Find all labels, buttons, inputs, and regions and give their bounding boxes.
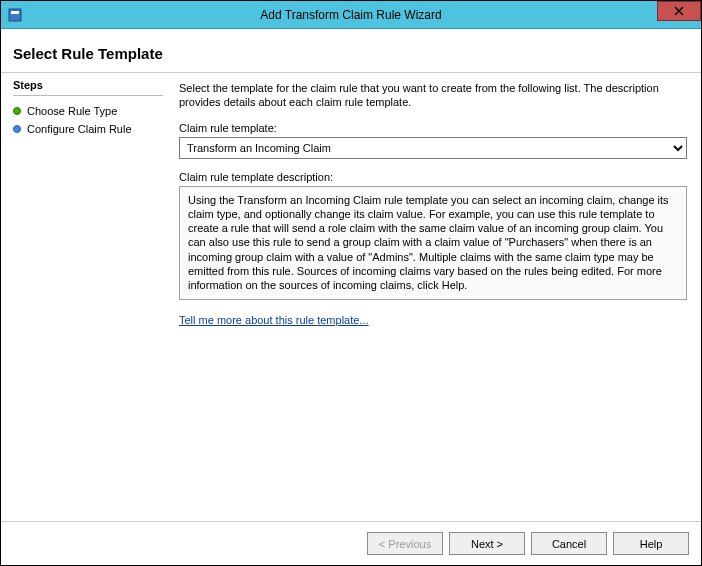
main-pane: Select the template for the claim rule t… bbox=[171, 73, 701, 521]
description-box: Using the Transform an Incoming Claim ru… bbox=[179, 186, 687, 300]
step-bullet-pending-icon bbox=[13, 125, 21, 133]
intro-text: Select the template for the claim rule t… bbox=[179, 81, 687, 110]
previous-button: < Previous bbox=[367, 532, 443, 555]
steps-heading: Steps bbox=[13, 79, 163, 96]
close-button[interactable] bbox=[657, 1, 701, 21]
step-bullet-active-icon bbox=[13, 107, 21, 115]
step-configure-claim-rule[interactable]: Configure Claim Rule bbox=[13, 120, 163, 138]
titlebar: Add Transform Claim Rule Wizard bbox=[1, 1, 701, 29]
footer: < Previous Next > Cancel Help bbox=[1, 521, 701, 565]
steps-sidebar: Steps Choose Rule Type Configure Claim R… bbox=[1, 73, 171, 521]
step-choose-rule-type[interactable]: Choose Rule Type bbox=[13, 102, 163, 120]
next-button[interactable]: Next > bbox=[449, 532, 525, 555]
more-info-link[interactable]: Tell me more about this rule template... bbox=[179, 314, 687, 326]
step-label: Choose Rule Type bbox=[27, 105, 117, 117]
step-label: Configure Claim Rule bbox=[27, 123, 132, 135]
help-button[interactable]: Help bbox=[613, 532, 689, 555]
template-label: Claim rule template: bbox=[179, 122, 687, 134]
claim-rule-template-select[interactable]: Transform an Incoming Claim bbox=[179, 137, 687, 159]
cancel-button[interactable]: Cancel bbox=[531, 532, 607, 555]
window-title: Add Transform Claim Rule Wizard bbox=[1, 8, 701, 22]
description-label: Claim rule template description: bbox=[179, 171, 687, 183]
page-title: Select Rule Template bbox=[1, 29, 701, 64]
close-icon bbox=[674, 6, 684, 16]
svg-rect-0 bbox=[9, 9, 21, 21]
content: Steps Choose Rule Type Configure Claim R… bbox=[1, 73, 701, 521]
svg-rect-1 bbox=[11, 11, 19, 14]
app-icon bbox=[7, 7, 23, 23]
